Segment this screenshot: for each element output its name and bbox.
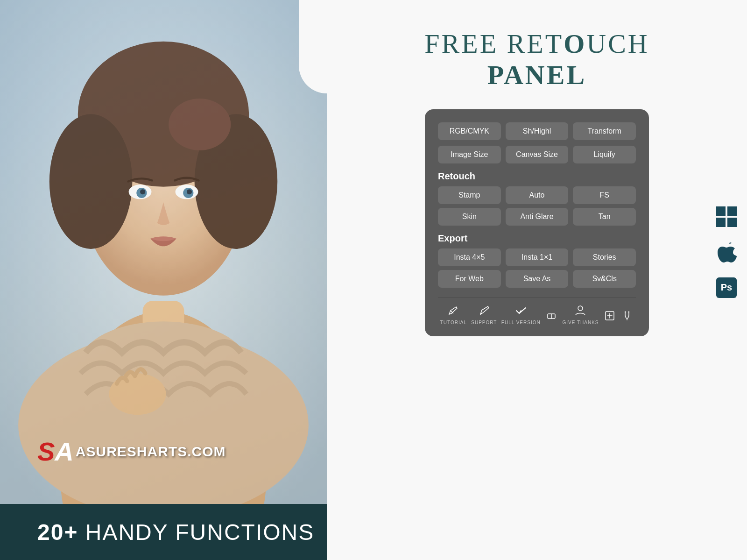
svg-point-7 bbox=[49, 114, 133, 249]
give-thanks-label: GIVE THANKS bbox=[562, 320, 599, 325]
svg-point-14 bbox=[140, 189, 145, 194]
top-button-row: RGB/CMYK Sh/Highl Transform bbox=[438, 122, 636, 140]
side-icons: Ps bbox=[716, 206, 737, 298]
ps-icon: Ps bbox=[716, 277, 737, 298]
toolbar-plus-box[interactable] bbox=[603, 309, 616, 325]
btn-skin[interactable]: Skin bbox=[438, 208, 501, 226]
btn-canvas-size[interactable]: Canvas Size bbox=[506, 146, 569, 163]
eraser-icon bbox=[545, 309, 558, 322]
retouch-label: Retouch bbox=[438, 171, 636, 182]
photo-area: SA ASURESHARTS.COM 20+ HANDY FUNCTIONS bbox=[0, 0, 327, 560]
btn-insta-4x5[interactable]: Insta 4×5 bbox=[438, 248, 501, 266]
btn-save-as[interactable]: Save As bbox=[506, 270, 569, 288]
watermark-text: ASURESHARTS.COM bbox=[76, 444, 226, 460]
second-button-row: Image Size Canvas Size Liquify bbox=[438, 146, 636, 163]
btn-sh-highl[interactable]: Sh/Highl bbox=[506, 122, 569, 140]
ps-label: Ps bbox=[721, 282, 732, 293]
export-row2: For Web Save As Sv&Cls bbox=[438, 270, 636, 288]
checkmark-icon bbox=[514, 304, 528, 317]
svg-point-9 bbox=[169, 99, 231, 150]
logo-s: S bbox=[37, 437, 55, 466]
btn-auto[interactable]: Auto bbox=[506, 186, 569, 204]
title-line1: FREE RETOUCH bbox=[424, 28, 649, 59]
toolbar-support[interactable]: SUPPORT bbox=[471, 304, 497, 325]
person-icon bbox=[574, 304, 587, 317]
toolbar-eraser[interactable] bbox=[545, 309, 558, 325]
retouch-row2: Skin Anti Glare Tan bbox=[438, 208, 636, 226]
svg-point-15 bbox=[187, 189, 192, 194]
toolbar-full-version[interactable]: FULL VERSION bbox=[501, 304, 541, 325]
bottom-tagline: 20+ HANDY FUNCTIONS bbox=[37, 519, 314, 545]
tutorial-label: TUTORIAL bbox=[440, 320, 467, 325]
btn-stamp[interactable]: Stamp bbox=[438, 186, 501, 204]
btn-insta-1x1[interactable]: Insta 1×1 bbox=[506, 248, 569, 266]
btn-transform[interactable]: Transform bbox=[573, 122, 636, 140]
pencil-icon bbox=[447, 304, 460, 317]
right-panel: FREE RETOUCH PANEL RGB/CMYK Sh/Highl Tra… bbox=[327, 0, 747, 560]
title-area: FREE RETOUCH PANEL bbox=[424, 28, 649, 91]
retouch-row1: Stamp Auto FS bbox=[438, 186, 636, 204]
toolbar-give-thanks[interactable]: GIVE THANKS bbox=[562, 304, 599, 325]
btn-anti-glare[interactable]: Anti Glare bbox=[506, 208, 569, 226]
support-label: SUPPORT bbox=[471, 320, 497, 325]
bottom-bar: 20+ HANDY FUNCTIONS bbox=[0, 504, 327, 560]
btn-rgb-cmyk[interactable]: RGB/CMYK bbox=[438, 122, 501, 140]
full-version-label: FULL VERSION bbox=[501, 320, 541, 325]
edit-icon bbox=[478, 304, 491, 317]
svg-point-19 bbox=[578, 306, 583, 311]
fork-icon bbox=[620, 309, 634, 322]
apple-icon bbox=[716, 241, 737, 263]
toolbar-fork[interactable] bbox=[620, 309, 634, 325]
retouch-panel: RGB/CMYK Sh/Highl Transform Image Size C… bbox=[425, 109, 649, 336]
btn-for-web[interactable]: For Web bbox=[438, 270, 501, 288]
btn-fs[interactable]: FS bbox=[573, 186, 636, 204]
toolbar-tutorial[interactable]: TUTORIAL bbox=[440, 304, 467, 325]
logo-a: A bbox=[55, 437, 73, 466]
btn-stories[interactable]: Stories bbox=[573, 248, 636, 266]
windows-icon bbox=[716, 206, 737, 227]
panel-toolbar: TUTORIAL SUPPORT FULL VERSION bbox=[438, 297, 636, 325]
btn-tan[interactable]: Tan bbox=[573, 208, 636, 226]
plus-box-icon bbox=[603, 309, 616, 322]
ps-icon-container[interactable]: Ps bbox=[716, 277, 737, 298]
apple-icon-container[interactable] bbox=[716, 241, 737, 263]
export-label: Export bbox=[438, 233, 636, 244]
title-line2: PANEL bbox=[424, 59, 649, 91]
windows-icon-container[interactable] bbox=[716, 206, 737, 227]
btn-image-size[interactable]: Image Size bbox=[438, 146, 501, 163]
export-row1: Insta 4×5 Insta 1×1 Stories bbox=[438, 248, 636, 266]
btn-liquify[interactable]: Liquify bbox=[573, 146, 636, 163]
btn-sv-cls[interactable]: Sv&Cls bbox=[573, 270, 636, 288]
watermark: SA ASURESHARTS.COM bbox=[37, 436, 226, 467]
